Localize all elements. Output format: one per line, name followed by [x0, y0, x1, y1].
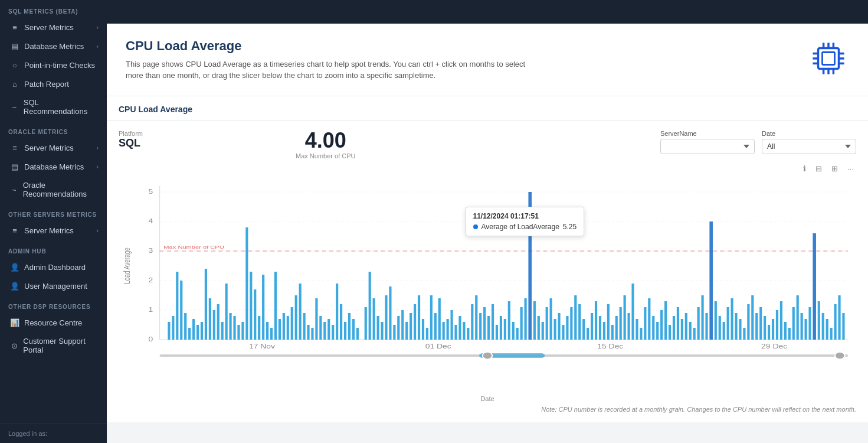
svg-rect-114 [500, 316, 502, 340]
date-label: Date [762, 130, 856, 137]
svg-rect-41 [196, 325, 199, 340]
content-area: CPU Load Average This page shows CPU Loa… [107, 24, 868, 443]
svg-rect-57 [262, 275, 264, 340]
svg-rect-184 [788, 328, 791, 340]
svg-rect-147 [636, 319, 638, 340]
sidebar-item-point-in-time[interactable]: ○Point-in-time Checks [0, 56, 107, 74]
svg-rect-173 [743, 328, 745, 340]
svg-rect-148 [640, 328, 642, 340]
cpu-block: 4.00 Max Number of CPU [296, 130, 355, 159]
svg-rect-69 [311, 328, 313, 340]
server-name-filter: ServerName [660, 130, 755, 154]
sidebar-icon-resource-centre: 📊 [10, 318, 19, 327]
sidebar-item-admin-dashboard[interactable]: 👤Admin Dashboard [0, 258, 107, 276]
svg-rect-62 [283, 313, 285, 340]
sidebar-section-title: Admin Hub [0, 240, 107, 258]
sidebar-icon-patch-report: ⌂ [10, 79, 19, 89]
svg-rect-55 [254, 289, 256, 340]
sidebar-item-resource-centre[interactable]: 📊Resource Centre [0, 313, 107, 332]
server-name-select[interactable] [660, 139, 755, 154]
svg-rect-1 [823, 53, 835, 65]
sidebar-icon-admin-dashboard: 👤 [10, 262, 19, 272]
svg-rect-81 [365, 307, 367, 340]
sidebar-item-left: 👤User Management [10, 281, 87, 291]
svg-rect-79 [352, 319, 355, 340]
svg-rect-166 [715, 301, 717, 340]
svg-rect-168 [723, 322, 725, 340]
sidebar-label-oracle-database-metrics: Database Metrics [24, 162, 84, 171]
svg-rect-161 [693, 328, 696, 340]
svg-rect-83 [373, 298, 375, 340]
sidebar-label-other-server-metrics: Server Metrics [24, 226, 74, 235]
svg-text:Load Average: Load Average [123, 247, 132, 284]
sidebar-item-customer-support[interactable]: ⊙Customer Support Portal [0, 332, 107, 359]
svg-rect-96 [426, 328, 428, 340]
svg-rect-75 [336, 284, 338, 340]
svg-rect-116 [508, 301, 510, 340]
svg-rect-134 [582, 319, 585, 340]
svg-text:17 Nov: 17 Nov [249, 343, 275, 350]
info-button[interactable]: ℹ [801, 163, 808, 174]
sidebar-item-left: ○Point-in-time Checks [10, 60, 95, 70]
sidebar-item-left: 📊Resource Centre [10, 318, 82, 327]
filter-button[interactable]: ⊟ [813, 163, 824, 174]
date-select[interactable]: All [762, 139, 856, 154]
logged-in-label: Logged in as: [0, 424, 107, 443]
svg-rect-180 [772, 319, 774, 340]
svg-rect-197 [842, 313, 844, 340]
svg-rect-122 [533, 301, 536, 340]
sidebar-item-oracle-recommendations[interactable]: ~Oracle Recommendations [0, 176, 107, 203]
sidebar-item-oracle-server-metrics[interactable]: ≡Server Metrics› [0, 138, 107, 157]
svg-rect-70 [315, 298, 317, 340]
cpu-label: Max Number of CPU [296, 152, 355, 159]
svg-rect-179 [768, 325, 770, 340]
svg-rect-123 [538, 316, 540, 340]
svg-rect-124 [542, 322, 544, 340]
svg-rect-42 [201, 322, 203, 340]
sidebar-item-sql-recommendations[interactable]: ~SQL Recommendations [0, 93, 107, 120]
sidebar-icon-oracle-database-metrics: ▤ [10, 162, 19, 171]
svg-rect-163 [702, 295, 704, 340]
svg-rect-176 [755, 313, 758, 340]
svg-rect-154 [664, 301, 667, 340]
sidebar-item-sql-server-metrics[interactable]: ≡Server Metrics› [0, 18, 107, 37]
svg-rect-103 [454, 325, 457, 340]
svg-rect-181 [776, 310, 778, 340]
x-axis-label: Date [119, 395, 856, 402]
svg-rect-155 [669, 325, 671, 340]
sidebar-item-left: 👤Admin Dashboard [10, 262, 86, 272]
sidebar-item-left: ▤Database Metrics [10, 162, 84, 171]
chart-svg: Max Number of CPU 0 1 2 3 4 5 17 Nov 01 … [119, 180, 856, 369]
svg-rect-47 [221, 322, 224, 340]
sidebar-section-title: Other Servers Metrics [0, 203, 107, 221]
sidebar-item-oracle-database-metrics[interactable]: ▤Database Metrics› [0, 157, 107, 176]
svg-rect-143 [620, 307, 622, 340]
chevron-icon-oracle-server-metrics: › [96, 144, 99, 151]
svg-rect-100 [443, 322, 445, 340]
svg-text:2: 2 [149, 277, 153, 284]
svg-rect-101 [447, 319, 449, 340]
chart-title: CPU Load Average [107, 96, 868, 120]
more-button[interactable]: ··· [845, 163, 856, 174]
svg-rect-68 [307, 325, 309, 340]
svg-rect-109 [479, 313, 482, 340]
server-name-label: ServerName [660, 130, 755, 137]
svg-rect-188 [805, 319, 807, 340]
sidebar-item-patch-report[interactable]: ⌂Patch Report [0, 74, 107, 93]
sidebar-label-user-management: User Management [24, 282, 87, 291]
platform-value: SQL [119, 137, 166, 149]
svg-rect-196 [838, 295, 840, 340]
sidebar-icon-oracle-server-metrics: ≡ [10, 143, 19, 152]
sidebar-item-other-server-metrics[interactable]: ≡Server Metrics› [0, 221, 107, 240]
svg-rect-82 [369, 272, 371, 340]
svg-rect-125 [546, 307, 548, 340]
svg-rect-162 [697, 307, 700, 340]
svg-rect-92 [410, 313, 412, 340]
sidebar-icon-sql-database-metrics: ▤ [10, 41, 19, 51]
sidebar-item-sql-database-metrics[interactable]: ▤Database Metrics› [0, 37, 107, 56]
expand-button[interactable]: ⊞ [829, 163, 840, 174]
sidebar-item-user-management[interactable]: 👤User Management [0, 276, 107, 295]
svg-rect-142 [615, 316, 618, 340]
svg-rect-139 [603, 322, 605, 340]
svg-rect-84 [377, 316, 379, 340]
